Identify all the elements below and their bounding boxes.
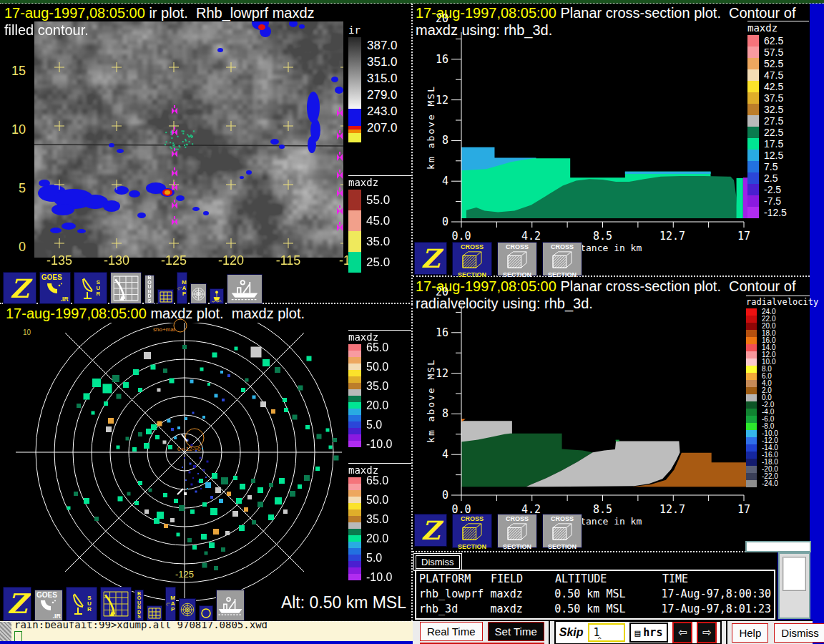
colorbar-segment (747, 58, 759, 69)
scrollbar-thumb[interactable] (783, 557, 806, 591)
colorbar-tick-label: 65.0 (366, 475, 388, 487)
cross-section-button-2[interactable]: CROSS SECTION (497, 242, 537, 276)
terminal-scrollbar[interactable] (0, 622, 11, 641)
ship-button[interactable] (227, 274, 263, 304)
range-rings-button[interactable] (179, 598, 196, 621)
x-axis-tick: -130 (104, 253, 129, 268)
subgrid-button[interactable] (157, 289, 174, 304)
colorbar-segment (746, 401, 757, 409)
surveillance-radar-button[interactable]: SUR (66, 587, 97, 621)
colorbar-segment (348, 383, 361, 389)
svg-text:4.2: 4.2 (521, 230, 541, 243)
small-grid-icon (160, 291, 172, 303)
plot-timestamp: 17-aug-1997,08:05:00 (4, 5, 145, 21)
help-button[interactable]: Help (732, 623, 768, 643)
vertical-scrollbar[interactable] (778, 552, 810, 619)
svg-text:8.5: 8.5 (593, 503, 612, 516)
colorbar-segment (348, 351, 361, 357)
terminal-cursor[interactable] (14, 631, 22, 642)
right-arrow-icon: ⇨ (702, 626, 712, 639)
skip-value-input[interactable]: 1^ (588, 623, 625, 642)
colorbar-segment (348, 190, 361, 210)
terminal-command-line: rain:beaufait:99>xdump.all 970817.0805.x… (14, 621, 413, 630)
bounds-button[interactable]: BOUNDS (144, 275, 154, 304)
cross-section-button-1[interactable]: CROSS SECTION (452, 514, 492, 548)
ir-colorbar-title: ir (348, 24, 411, 36)
colorbar-tick-label: 50.0 (366, 361, 388, 373)
ir-gradient (348, 37, 361, 109)
satellite-dish-icon (39, 598, 58, 613)
goes-ir-sub-label: .IR (52, 613, 61, 620)
satellite-ir-image[interactable] (34, 21, 343, 258)
step-back-button[interactable]: ⇦ (672, 622, 692, 643)
colorbar-segment (746, 473, 757, 480)
table-cell: PLATFORM (419, 572, 491, 587)
radar-bottom-label: -125 (175, 569, 194, 580)
subgrid-button[interactable] (147, 605, 162, 621)
circle-overlay-button[interactable] (199, 605, 213, 621)
hours-units-button[interactable]: ▤hrs (629, 623, 669, 643)
plot-timestamp: 17-aug-1997,08:05:00 (416, 278, 556, 294)
goes-ir-button[interactable]: GOES .IR (39, 272, 71, 304)
table-header-row: PLATFORMFIELDALTITUDETIME (419, 572, 771, 587)
satellite-dish-icon (46, 281, 64, 296)
cross-section-button-1[interactable]: CROSS SECTION (452, 242, 492, 276)
colorbar-tick-label: 2.5 (764, 173, 778, 183)
cross-section-button-2[interactable]: CROSS SECTION (497, 514, 537, 548)
svg-text:17: 17 (737, 503, 750, 516)
colorbar-tick-label: 32.5 (764, 104, 783, 114)
colorbar-tick-label: 25.0 (366, 256, 390, 268)
table-cell: maxdz (491, 587, 555, 602)
colorbar-segment (746, 366, 757, 373)
step-forward-button[interactable]: ⇨ (697, 622, 717, 643)
colorbar-segment (747, 47, 759, 58)
zebra-logo[interactable]: Z (3, 587, 31, 621)
colorbar-segment (747, 184, 759, 195)
colorbar-tick-label: 5.0 (366, 419, 382, 431)
grid-overlay-button[interactable] (110, 272, 142, 304)
colorbar-segment (348, 441, 361, 447)
goes-ir-button[interactable]: GOES .IR (34, 590, 63, 621)
surveillance-radar-button[interactable]: SUR (74, 272, 107, 304)
colorbar-segment (348, 548, 361, 555)
map-button[interactable]: MAP (165, 587, 176, 621)
ir-panel-toolbar: ZGOES .IR SUR BOUNDS MAP (0, 270, 263, 304)
map-button[interactable]: MAP (177, 272, 187, 304)
svg-text:16: 16 (436, 326, 448, 339)
control-dismiss-button[interactable]: Dismiss (774, 623, 824, 643)
left-arrow-icon: ⇦ (678, 626, 687, 639)
colorbar-segment (348, 210, 361, 231)
ship-button[interactable] (216, 590, 245, 621)
set-time-button[interactable]: Set Time (488, 622, 544, 641)
colorbar-segment (348, 428, 361, 434)
real-time-button[interactable]: Real Time (420, 622, 483, 641)
cross-section-button-3[interactable]: CROSS SECTION (542, 514, 582, 548)
ir-plot-title-line2: filled contour. (4, 22, 89, 39)
zebra-logo[interactable]: Z (3, 272, 36, 304)
maxdz-xsection-panel: 17-aug-1997,08:05:00 Planar cross-sectio… (413, 4, 810, 277)
colorbar-segment (746, 330, 757, 337)
colorbar-segment (348, 574, 361, 580)
range-rings-button[interactable] (190, 283, 207, 304)
radar-dish-icon (81, 276, 97, 301)
terminal-window[interactable]: rain:beaufait:99>xdump.all 970817.0805.x… (0, 621, 413, 641)
colorbar-segment (348, 357, 361, 364)
svg-text:12: 12 (436, 367, 448, 380)
xsection-title-line2: radialvelocity using: rhb_3d. (416, 296, 593, 312)
zebra-logo[interactable]: Z (414, 242, 447, 275)
colorbar-segment (747, 35, 759, 47)
horizontal-scrollbar[interactable] (745, 541, 811, 552)
y-axis-label: km above MSL (426, 85, 436, 170)
range-rings-icon (191, 285, 206, 303)
grid-overlay-button[interactable] (100, 587, 132, 621)
zebra-logo[interactable]: Z (414, 514, 447, 547)
colorbar-tick-label: 22.5 (764, 127, 783, 137)
goes-label: GOES (41, 273, 62, 281)
cross-section-button-3[interactable]: CROSS SECTION (542, 242, 582, 276)
bounds-button[interactable]: BOUNDS (134, 590, 144, 621)
colorbar-segment (348, 434, 361, 441)
buoy-button[interactable] (210, 288, 224, 304)
status-dismiss-button[interactable]: Dismiss (416, 555, 460, 569)
table-cell: maxdz (491, 602, 555, 617)
svg-text:17: 17 (737, 230, 750, 243)
